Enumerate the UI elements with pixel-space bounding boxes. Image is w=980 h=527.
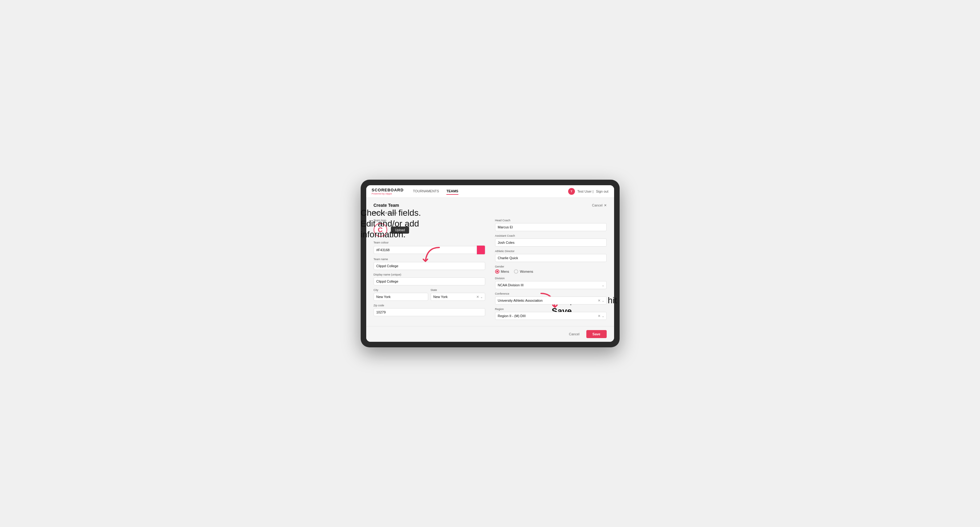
assistant-coach-input[interactable] [495,238,607,246]
state-group: State New York ✕ ⌄ [431,289,485,301]
city-label: City [374,289,428,292]
arrow-left-icon [421,244,445,269]
conference-select-wrapper: University Athletic Association ✕ ⌄ [495,297,607,305]
colour-swatch[interactable] [477,245,485,254]
display-name-input[interactable] [374,277,485,286]
modal-title: Create Team [374,203,399,208]
gender-row: Mens Womens [495,269,607,274]
top-nav: SCOREBOARD Powered by clippd TOURNAMENTS… [366,185,614,198]
head-coach-label: Head Coach [495,219,607,222]
city-state-row: City State New York [374,289,485,301]
head-coach-input[interactable] [495,223,607,231]
athletic-director-input[interactable] [495,254,607,262]
user-name: Test User | [578,189,593,193]
zip-group: Zip code [374,304,485,316]
zip-label: Zip code [374,304,485,307]
assistant-coach-group: Assistant Coach [495,234,607,246]
annotation-left: Check all fields. Edit and/or add inform… [361,207,428,240]
region-select-wrapper: Region II - (M) DIII ✕ ⌄ [495,312,607,320]
gender-womens-radio[interactable]: Womens [514,269,533,274]
athletic-director-label: Athletic Director [495,250,607,253]
cancel-button[interactable]: Cancel [565,330,583,338]
display-name-label: Display name (unique) [374,273,485,276]
athletic-director-group: Athletic Director [495,250,607,262]
division-label: Division [495,277,607,280]
nav-user-area: T Test User | Sign out [568,188,609,195]
city-state-group: City State New York [374,289,485,301]
city-group: City [374,289,428,301]
user-avatar: T [568,188,575,195]
state-select-wrapper: New York ✕ ⌄ [431,293,485,301]
nav-tournaments[interactable]: TOURNAMENTS [413,188,439,195]
modal-footer: Cancel Save [366,326,614,342]
nav-links: TOURNAMENTS TEAMS [413,188,568,195]
region-clear-icon[interactable]: ✕ [598,314,600,318]
division-group: Division NCAA Division III ⌄ [495,277,607,289]
city-input[interactable] [374,293,428,301]
conference-clear-icon[interactable]: ✕ [598,298,600,303]
app-logo-sub: Powered by clippd [372,192,404,195]
team-colour-label: Team colour [374,241,485,244]
modal-close-button[interactable]: Cancel ✕ [592,203,606,207]
sign-out-link[interactable]: Sign out [596,189,608,193]
division-select-wrapper: NCAA Division III ⌄ [495,281,607,289]
head-coach-group: Head Coach [495,219,607,231]
tablet-frame: SCOREBOARD Powered by clippd TOURNAMENTS… [361,180,620,347]
logo-area: SCOREBOARD Powered by clippd [372,188,404,195]
state-clear-icon[interactable]: ✕ [476,295,479,299]
region-select[interactable]: Region II - (M) DIII [495,312,607,320]
app-logo: SCOREBOARD [372,188,404,192]
mens-radio-dot [495,269,500,274]
save-button[interactable]: Save [586,330,607,338]
conference-select[interactable]: University Athletic Association [495,297,607,305]
division-select[interactable]: NCAA Division III [495,281,607,289]
womens-radio-dot [514,269,518,274]
state-label: State [431,289,485,292]
gender-label: Gender [495,265,607,268]
display-name-group: Display name (unique) [374,273,485,286]
modal-header: Create Team Cancel ✕ [374,203,607,208]
gender-mens-radio[interactable]: Mens [495,269,509,274]
nav-teams[interactable]: TEAMS [446,188,458,195]
assistant-coach-label: Assistant Coach [495,234,607,237]
zip-input[interactable] [374,308,485,316]
close-icon: ✕ [604,203,607,207]
gender-group: Gender Mens Womens [495,265,607,274]
